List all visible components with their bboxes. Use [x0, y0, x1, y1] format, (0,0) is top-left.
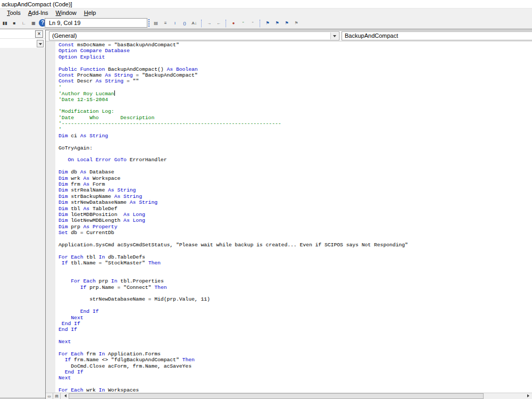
code-line[interactable] [59, 345, 532, 351]
toggle-breakpoint-icon[interactable]: ● [229, 19, 238, 28]
menu-item-add-ins[interactable]: Add-Ins [24, 9, 52, 18]
uncomment-block-icon[interactable]: '' [248, 19, 257, 28]
code-line[interactable]: Dim lGetNewMDBLength As Long [59, 218, 532, 223]
window-titlebar[interactable]: ackupAndCompact (Code)] [0, 0, 532, 9]
previous-bookmark-icon[interactable]: ⚑ [282, 19, 291, 28]
indent-icon[interactable]: → [205, 19, 213, 28]
code-line[interactable]: Const ProcName As String = "BackupAndCom… [59, 72, 532, 78]
outdent-icon[interactable]: ← [214, 19, 223, 28]
code-line[interactable] [59, 290, 532, 296]
list-properties-icon[interactable]: ▤ [152, 19, 160, 28]
code-line[interactable] [59, 103, 532, 109]
code-line[interactable]: 'Date Who Description [59, 115, 532, 121]
code-line[interactable]: Option Compare Database [59, 48, 532, 54]
code-line[interactable]: If tbl.Name = "StockMaster" Then [59, 260, 532, 266]
code-line[interactable]: Dim strRealName As String [59, 187, 532, 193]
code-editor[interactable]: Const msDocName = "basBackupAndCompact"O… [55, 41, 532, 393]
chevron-down-icon[interactable] [37, 40, 44, 47]
window-title: ackupAndCompact (Code)] [2, 1, 72, 7]
code-line[interactable] [59, 236, 532, 242]
toggle-bookmark-icon[interactable]: ⚑ [263, 19, 272, 28]
code-line[interactable] [59, 60, 532, 66]
full-module-view-button[interactable]: ▤ [53, 393, 61, 399]
menu-item-window[interactable]: Window [52, 9, 80, 18]
code-line[interactable]: For Each frm In Application.Forms [59, 351, 532, 357]
toolbar-grip[interactable] [148, 19, 149, 27]
code-line[interactable]: Option Explicit [59, 54, 532, 60]
complete-word-icon[interactable]: A↓ [190, 19, 198, 28]
code-line[interactable]: Application.SysCmd acSysCmdSetStatus, "P… [59, 242, 532, 248]
code-line[interactable]: Next [59, 315, 532, 321]
code-line[interactable]: '---------------------------------------… [59, 121, 532, 127]
project-explorer-icon[interactable]: ▦ [29, 19, 38, 28]
code-line[interactable]: 'Date 12-15-2004 [59, 97, 532, 103]
code-line[interactable] [59, 151, 532, 157]
code-line[interactable]: For Each wrk In Workspaces [59, 387, 532, 393]
procedure-view-button[interactable]: ▭ [46, 393, 53, 399]
code-line[interactable] [59, 163, 532, 169]
code-line[interactable]: End If [59, 369, 532, 375]
scrollbar-left-arrow-icon[interactable] [61, 393, 68, 399]
horizontal-scrollbar-thumb[interactable] [69, 393, 484, 399]
code-line[interactable] [59, 381, 532, 387]
code-line[interactable]: End If [59, 309, 532, 314]
code-line[interactable]: 'Author Roy Lucman [59, 90, 532, 96]
code-line[interactable]: Const Descr As String = "" [59, 78, 532, 84]
code-line[interactable]: Dim db As Database [59, 169, 532, 175]
code-line[interactable] [59, 139, 532, 145]
code-line[interactable]: For Each prp In tbl.Properties [59, 278, 532, 284]
code-line[interactable]: Dim ci As String [59, 133, 532, 139]
list-constants-icon[interactable]: ≡ [161, 19, 170, 28]
menu-item-help[interactable]: Help [80, 9, 100, 18]
reset-icon[interactable]: ■ [10, 19, 19, 28]
quick-info-icon[interactable]: i [171, 19, 179, 28]
toolbar-standard-group: ▮▮■∟▦? [0, 18, 47, 28]
code-line[interactable]: Dim wrk As Workspace [59, 176, 532, 181]
code-line[interactable]: Set db = CurrentDb [59, 230, 532, 236]
close-icon[interactable]: × [35, 30, 43, 38]
project-panel-list[interactable] [0, 38, 45, 48]
menu-item-tools[interactable]: Tools [3, 9, 24, 18]
code-line[interactable] [59, 303, 532, 309]
code-line[interactable]: strNewDatabaseName = Mid(prp.Value, 11) [59, 296, 532, 302]
design-mode-icon[interactable]: ∟ [20, 19, 28, 28]
code-line[interactable]: Dim strNewDatabaseName As String [59, 200, 532, 205]
margin-indicator-bar[interactable] [46, 41, 55, 393]
chevron-down-icon[interactable] [330, 32, 338, 39]
code-line[interactable]: Dim lGetMDBPosition As Long [59, 212, 532, 218]
code-line[interactable]: ' [59, 127, 532, 132]
horizontal-scrollbar-track[interactable] [68, 393, 525, 399]
object-dropdown[interactable]: (General) [49, 31, 339, 40]
parameter-info-icon[interactable]: () [180, 19, 189, 28]
next-bookmark-icon[interactable]: ⚑ [273, 19, 281, 28]
code-line[interactable]: Next [59, 375, 532, 381]
code-line[interactable]: Dim prp As Property [59, 224, 532, 230]
code-line[interactable]: GoTryAgain: [59, 145, 532, 151]
code-line[interactable]: Dim frm As Form [59, 181, 532, 187]
code-line[interactable]: ' [59, 85, 532, 90]
clear-bookmarks-icon[interactable]: ⚑ [292, 19, 301, 28]
code-line[interactable] [59, 333, 532, 339]
code-line[interactable]: For Each tbl In db.TableDefs [59, 254, 532, 260]
code-line[interactable]: Next [59, 339, 532, 345]
code-line[interactable]: End If [59, 321, 532, 327]
code-line[interactable]: End If [59, 327, 532, 332]
code-line[interactable] [59, 272, 532, 278]
code-line[interactable]: If prp.Name = "Connect" Then [59, 285, 532, 290]
code-line[interactable]: If frm.Name <> "fdlgBackupAndCompact" Th… [59, 357, 532, 363]
code-line[interactable] [59, 266, 532, 272]
break-icon[interactable]: ▮▮ [1, 19, 9, 28]
code-line[interactable]: Public Function BackupAndCompact() As Bo… [59, 66, 532, 72]
code-line[interactable]: On Local Error GoTo ErrorHandler [59, 157, 532, 163]
code-line[interactable]: Dim tbl As TableDef [59, 206, 532, 212]
code-line[interactable]: DoCmd.Close acForm, frm.Name, acSaveYes [59, 363, 532, 369]
procedure-dropdown[interactable]: BackupAndCompact [342, 31, 532, 40]
project-panel-titlebar[interactable]: × [0, 30, 45, 38]
code-line[interactable]: Dim strBackupName As String [59, 194, 532, 200]
code-line[interactable] [59, 248, 532, 254]
scrollbar-right-arrow-icon[interactable] [525, 393, 532, 399]
code-area: Const msDocName = "basBackupAndCompact"O… [46, 41, 532, 393]
comment-block-icon[interactable]: '' [239, 19, 247, 28]
code-line[interactable]: Const msDocName = "basBackupAndCompact" [59, 42, 532, 48]
code-line[interactable]: 'Modification Log: [59, 109, 532, 114]
